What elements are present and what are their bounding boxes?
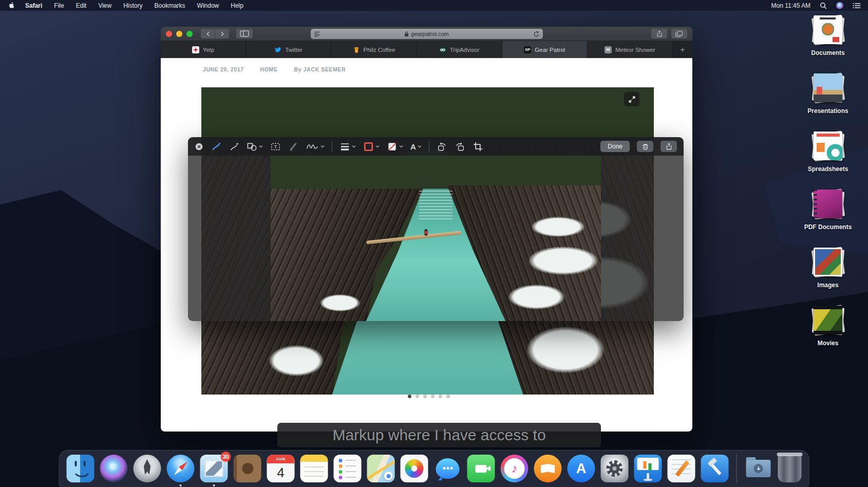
maps-shield-icon: [384, 472, 393, 480]
dock-reminders[interactable]: [334, 455, 362, 482]
tab-philz-coffee[interactable]: Philz Coffee: [331, 41, 417, 58]
stack-spreadsheets[interactable]: Spreadsheets: [795, 130, 861, 173]
signature-tool-button[interactable]: [306, 142, 325, 151]
menu-item-edit[interactable]: Edit: [76, 2, 87, 9]
back-button[interactable]: [201, 29, 215, 39]
stack-label: Spreadsheets: [808, 165, 848, 173]
stack-movies[interactable]: Movies: [795, 305, 861, 347]
tab-gear-patrol[interactable]: GP Gear Patrol: [502, 41, 588, 58]
markup-close-button[interactable]: [195, 142, 203, 151]
carousel-dot[interactable]: [446, 395, 450, 398]
dock-launchpad[interactable]: [134, 455, 161, 482]
share-button[interactable]: [651, 29, 667, 39]
dock-app-store[interactable]: A: [568, 455, 595, 482]
facetime-camera-icon: [476, 465, 487, 473]
dock-mail[interactable]: 30: [200, 455, 228, 482]
stack-label: Images: [817, 282, 838, 289]
close-window-button[interactable]: [166, 31, 172, 37]
stack-documents[interactable]: Documents: [795, 14, 861, 57]
dock-keynote[interactable]: [634, 455, 662, 482]
stack-pdf-documents[interactable]: PDF Documents: [795, 189, 861, 231]
menu-item-view[interactable]: View: [98, 2, 111, 9]
dock-siri[interactable]: [100, 455, 128, 482]
carousel-dot[interactable]: [416, 395, 419, 398]
notification-center-icon[interactable]: [853, 3, 861, 9]
rotate-left-button[interactable]: [437, 141, 447, 152]
dock-xcode[interactable]: [701, 455, 729, 482]
fill-color-button[interactable]: [387, 141, 403, 152]
article-author[interactable]: By JACK SEEMER: [294, 66, 346, 72]
twitter-icon: [274, 46, 281, 53]
spreadsheets-stack-icon: [814, 132, 842, 160]
tab-twitter[interactable]: Twitter: [246, 41, 331, 58]
tab-yelp[interactable]: Yelp: [161, 41, 246, 58]
menu-item-history[interactable]: History: [123, 2, 142, 9]
reader-icon[interactable]: [314, 31, 320, 37]
draw-tool-button[interactable]: [229, 141, 239, 152]
zoom-window-button[interactable]: [186, 31, 193, 37]
rotate-right-button[interactable]: [455, 141, 465, 152]
menu-item-file[interactable]: File: [54, 2, 64, 9]
dock-messages[interactable]: [434, 455, 462, 482]
tab-overview-button[interactable]: [671, 29, 687, 39]
shapes-tool-button[interactable]: [247, 141, 263, 152]
article-section[interactable]: HOME: [260, 66, 278, 72]
markup-panel: T A: [188, 137, 684, 321]
sidebar-button[interactable]: [236, 29, 253, 39]
markup-share-button[interactable]: [661, 141, 677, 152]
text-style-button[interactable]: A: [410, 143, 422, 151]
carousel-dot[interactable]: [423, 395, 427, 398]
carousel-dot-active[interactable]: [408, 395, 411, 398]
line-weight-button[interactable]: [339, 141, 356, 152]
dock-calendar[interactable]: JUN 4: [267, 455, 295, 482]
carousel-dot[interactable]: [431, 395, 435, 398]
siri-icon[interactable]: [836, 2, 843, 9]
new-tab-button[interactable]: +: [673, 41, 692, 58]
safari-titlebar[interactable]: gearpatrol.com: [161, 27, 692, 41]
apple-menu-icon[interactable]: [8, 2, 15, 9]
dock-trash[interactable]: [778, 455, 802, 482]
dock-finder[interactable]: [67, 455, 95, 482]
reload-icon[interactable]: [533, 31, 540, 38]
menu-item-window[interactable]: Window: [197, 2, 219, 9]
tab-meteor-shower[interactable]: M Meteor Shower: [588, 41, 673, 58]
chevron-down-icon: [320, 145, 325, 148]
fullscreen-expand-button[interactable]: [624, 92, 639, 106]
stack-presentations[interactable]: Presentations: [795, 72, 861, 115]
stack-images[interactable]: Images: [795, 247, 861, 289]
dock-photos[interactable]: [401, 455, 428, 482]
dock-maps[interactable]: [367, 455, 395, 482]
crop-button[interactable]: [473, 141, 483, 152]
markup-done-button[interactable]: Done: [600, 141, 630, 152]
photo-snow-patch: [269, 345, 324, 376]
sketch-tool-button[interactable]: [211, 141, 221, 152]
text-tool-button[interactable]: T: [270, 141, 281, 152]
forward-button[interactable]: [215, 29, 229, 39]
menu-item-safari[interactable]: Safari: [25, 2, 42, 9]
dock-books[interactable]: [534, 455, 562, 482]
svg-text:T: T: [274, 144, 277, 149]
border-color-button[interactable]: [363, 141, 380, 152]
address-bar[interactable]: gearpatrol.com: [311, 29, 543, 39]
calendar-day: 4: [277, 463, 284, 482]
dock-pages[interactable]: [668, 455, 695, 482]
menu-item-help[interactable]: Help: [231, 2, 243, 9]
dock-safari[interactable]: [167, 455, 195, 482]
menu-item-bookmarks[interactable]: Bookmarks: [155, 2, 185, 9]
folder-icon: [746, 460, 771, 477]
dock-system-preferences[interactable]: [601, 455, 629, 482]
dock-notes[interactable]: [300, 455, 328, 482]
highlight-tool-button[interactable]: [288, 141, 299, 152]
spotlight-search-icon[interactable]: [820, 2, 827, 9]
minimize-window-button[interactable]: [176, 31, 182, 37]
carousel-dot[interactable]: [439, 395, 442, 398]
pdf-documents-stack-icon: [814, 190, 842, 218]
markup-photo-preview[interactable]: [271, 156, 601, 321]
dock-contacts[interactable]: [234, 455, 261, 482]
dock-facetime[interactable]: [467, 455, 495, 482]
markup-trash-button[interactable]: [637, 141, 653, 152]
tab-tripadvisor[interactable]: TripAdvisor: [417, 41, 502, 58]
dock-downloads-folder[interactable]: [745, 455, 772, 482]
dock-itunes[interactable]: ♪: [501, 455, 529, 482]
menu-bar-clock[interactable]: Mon 11:45 AM: [771, 2, 811, 9]
